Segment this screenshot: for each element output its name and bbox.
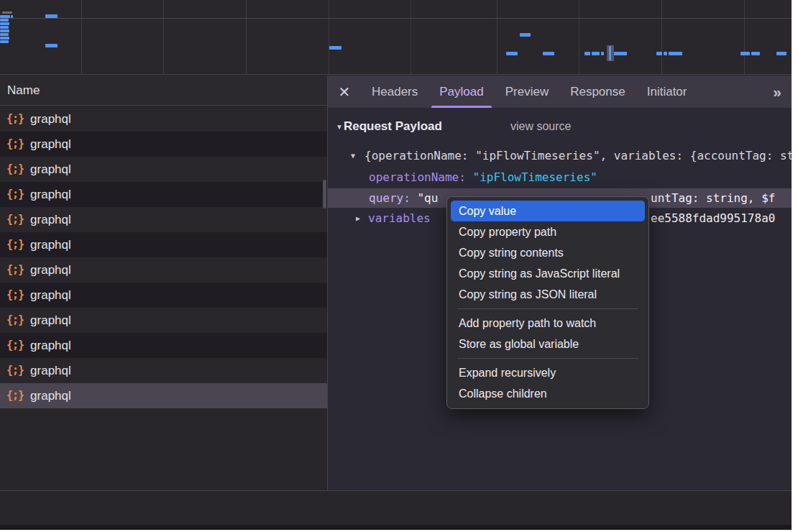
menu-item-store-as-global-variable[interactable]: Store as global variable — [447, 334, 648, 354]
menu-item-copy-string-as-json-literal[interactable]: Copy string as JSON literal — [447, 284, 648, 305]
network-request-bar[interactable] — [0, 22, 9, 25]
json-request-icon: {;} — [6, 383, 24, 408]
request-payload-section: ▼ Request Payload view source — [328, 118, 792, 135]
request-name: graphql — [30, 383, 71, 408]
overview-gridline — [579, 0, 579, 75]
menu-item-copy-value[interactable]: Copy value — [451, 201, 645, 221]
json-request-icon: {;} — [6, 308, 24, 333]
request-name: graphql — [30, 333, 71, 358]
network-request-bar[interactable] — [506, 52, 518, 55]
network-request-bar[interactable] — [592, 52, 600, 55]
expand-icon[interactable]: ▶ — [356, 210, 360, 227]
request-name: graphql — [30, 257, 71, 283]
network-request-bar[interactable] — [329, 46, 341, 50]
payload-operation-row[interactable]: operationName: "ipFlowTimeseries" — [328, 169, 792, 186]
network-request-bar[interactable] — [656, 52, 662, 55]
network-request-bar[interactable] — [751, 52, 760, 55]
property-key: operationName: — [369, 170, 466, 184]
status-footer — [0, 491, 792, 525]
request-name: graphql — [30, 157, 71, 182]
request-name: graphql — [30, 358, 71, 383]
property-key: query: — [369, 191, 411, 205]
json-request-icon: {;} — [6, 157, 24, 182]
network-request-bar[interactable] — [0, 29, 9, 32]
payload-object-preview: {operationName: "ipFlowTimeseries", vari… — [364, 147, 792, 165]
collapse-icon[interactable]: ▼ — [351, 147, 355, 165]
menu-item-copy-string-contents[interactable]: Copy string contents — [447, 242, 648, 263]
request-row[interactable]: {;}graphql — [0, 157, 327, 182]
json-request-icon: {;} — [6, 333, 24, 358]
request-row[interactable]: {;}graphql — [0, 308, 327, 333]
request-name: graphql — [30, 182, 71, 207]
devtools-bottom-edge — [0, 525, 792, 530]
menu-item-copy-property-path[interactable]: Copy property path — [447, 221, 648, 242]
network-request-bar[interactable] — [0, 33, 9, 36]
network-request-bar[interactable] — [0, 26, 9, 29]
menu-item-add-property-path-to-watch[interactable]: Add property path to watch — [447, 313, 648, 334]
network-request-bar[interactable] — [543, 52, 554, 55]
overview-gridline — [0, 18, 792, 19]
menu-item-expand-recursively[interactable]: Expand recursively — [447, 362, 648, 383]
close-detail-icon[interactable]: ✕ — [328, 75, 361, 108]
network-request-bar[interactable] — [45, 44, 58, 47]
overview-gridline — [246, 0, 247, 75]
overview-gridline — [81, 0, 82, 75]
json-request-icon: {;} — [6, 257, 24, 283]
request-list-scrollbar[interactable] — [323, 180, 326, 208]
request-row[interactable]: {;}graphql — [0, 182, 327, 207]
more-tabs-icon[interactable]: » — [763, 75, 792, 108]
request-row[interactable]: {;}graphql — [0, 383, 327, 408]
request-row[interactable]: {;}graphql — [0, 232, 327, 257]
request-row[interactable]: {;}graphql — [0, 132, 327, 157]
property-value-continuation: untTag: string, $f — [651, 188, 775, 208]
json-request-icon: {;} — [6, 232, 24, 257]
menu-item-copy-string-as-javascript-literal[interactable]: Copy string as JavaScript literal — [447, 263, 648, 284]
request-row[interactable]: {;}graphql — [0, 106, 327, 132]
json-request-icon: {;} — [6, 283, 24, 308]
overview-gridline — [329, 0, 329, 75]
request-list-name-column-header[interactable]: Name — [0, 75, 327, 106]
overview-gridline — [661, 0, 662, 75]
view-source-link[interactable]: view source — [510, 120, 571, 133]
request-name: graphql — [30, 232, 71, 257]
menu-separator — [457, 358, 638, 359]
network-request-bar[interactable] — [669, 52, 682, 55]
request-row[interactable]: {;}graphql — [0, 333, 327, 358]
network-request-bar[interactable] — [776, 52, 786, 55]
menu-separator — [457, 308, 638, 309]
network-request-bar[interactable] — [2, 12, 12, 14]
network-request-bar[interactable] — [0, 19, 9, 22]
request-row[interactable]: {;}graphql — [0, 257, 327, 283]
network-request-bar[interactable] — [11, 15, 13, 18]
network-request-bar[interactable] — [45, 14, 58, 18]
devtools-window: Name {;}graphql{;}graphql{;}graphql{;}gr… — [0, 0, 792, 530]
network-request-bar[interactable] — [664, 52, 667, 55]
network-request-bar[interactable] — [0, 37, 9, 40]
tab-preview[interactable]: Preview — [495, 75, 559, 108]
network-request-bar[interactable] — [0, 40, 9, 43]
json-request-icon: {;} — [6, 106, 24, 132]
tab-initiator[interactable]: Initiator — [636, 75, 698, 108]
overview-gridline — [497, 0, 497, 75]
network-request-bar[interactable] — [740, 52, 750, 55]
request-row[interactable]: {;}graphql — [0, 207, 327, 232]
section-collapse-icon[interactable]: ▼ — [336, 123, 343, 131]
network-request-bar[interactable] — [584, 52, 590, 55]
request-row[interactable]: {;}graphql — [0, 283, 327, 308]
tab-strip: HeadersPayloadPreviewResponseInitiator — [361, 75, 697, 108]
json-request-icon: {;} — [6, 132, 24, 157]
payload-root-row[interactable]: ▼ {operationName: "ipFlowTimeseries", va… — [328, 147, 792, 165]
json-request-icon: {;} — [6, 182, 24, 207]
network-request-bar[interactable] — [614, 52, 627, 55]
request-row[interactable]: {;}graphql — [0, 358, 327, 383]
tab-headers[interactable]: Headers — [361, 75, 428, 108]
network-overview-timeline[interactable] — [0, 0, 792, 75]
network-request-bar[interactable] — [0, 15, 10, 18]
network-request-bar[interactable] — [520, 33, 531, 37]
tab-payload[interactable]: Payload — [428, 75, 494, 108]
network-request-bar[interactable] — [601, 52, 604, 55]
property-key: variables — [368, 211, 431, 225]
menu-item-collapse-children[interactable]: Collapse children — [447, 383, 648, 404]
network-request-bar[interactable] — [609, 46, 611, 60]
tab-response[interactable]: Response — [559, 75, 636, 108]
